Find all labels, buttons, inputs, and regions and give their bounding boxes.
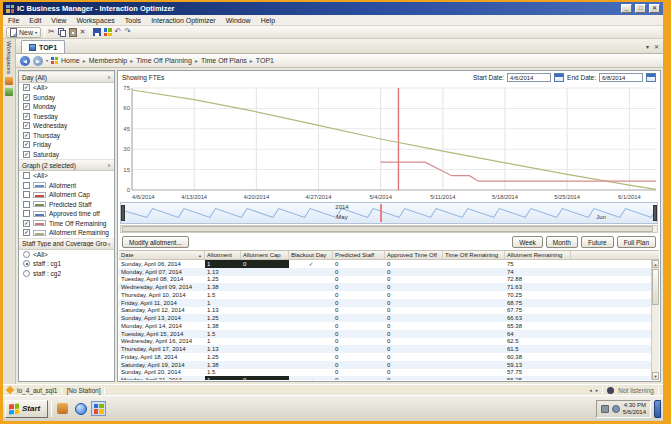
start-date-input[interactable]	[507, 73, 551, 82]
scroll-down-icon[interactable]: ▼	[652, 372, 659, 380]
end-date-input[interactable]	[599, 73, 643, 82]
back-button[interactable]: ◀	[20, 56, 30, 66]
column-header-approved-time-off[interactable]: Approved Time Off	[385, 251, 443, 259]
table-row[interactable]: Sunday, April 06, 201410✓0075	[119, 260, 659, 268]
pager-previous-icon[interactable]: ◂	[589, 387, 592, 393]
table-row[interactable]: Thursday, April 17, 20141.130061.5	[119, 345, 659, 353]
graph-filter-item[interactable]: ✓Allotment Remaining	[19, 228, 114, 238]
table-row[interactable]: Sunday, April 13, 20141.250066.63	[119, 314, 659, 322]
day-section-header[interactable]: Day (All) ∨	[19, 71, 114, 83]
ic-business-manager-taskbar-icon[interactable]	[91, 401, 106, 416]
table-row[interactable]: Monday, April 07, 20141.130074	[119, 268, 659, 276]
delete-icon[interactable]: ✕	[80, 27, 86, 37]
menu-item-interaction-optimizer[interactable]: Interaction Optimizer	[146, 17, 221, 24]
checkbox-icon[interactable]: ✓	[23, 84, 30, 91]
graph-filter-item[interactable]: ✓Time Off Remaining	[19, 219, 114, 229]
graph-filter-item[interactable]: Predicted Staff	[19, 200, 114, 210]
full-plan-button[interactable]: Full Plan	[617, 236, 656, 248]
scroll-up-icon[interactable]: ▲	[652, 260, 659, 268]
checkbox-icon[interactable]: ✓	[23, 103, 30, 110]
taskbar-clock[interactable]: 4:30 PM5/6/2014	[623, 402, 646, 415]
navigator-left-handle[interactable]	[121, 205, 125, 221]
day-filter-item[interactable]: ✓Sunday	[19, 93, 114, 103]
checkbox-icon[interactable]	[23, 182, 30, 189]
column-header-date[interactable]: Date▲	[119, 251, 205, 259]
table-row[interactable]: Wednesday, April 16, 201410062.5	[119, 338, 659, 346]
table-row[interactable]: Monday, April 14, 20141.380065.38	[119, 322, 659, 330]
redo-icon[interactable]: ↷	[124, 27, 131, 37]
navigator-right-handle[interactable]	[653, 205, 657, 221]
calendar-icon[interactable]	[554, 73, 564, 82]
checkbox-icon[interactable]: ✓	[23, 220, 30, 227]
menu-item-file[interactable]: File	[3, 17, 24, 24]
table-row[interactable]: Tuesday, April 08, 20141.250072.88	[119, 276, 659, 284]
checkbox-icon[interactable]	[23, 191, 30, 198]
menu-item-window[interactable]: Window	[221, 17, 256, 24]
day-filter-item[interactable]: ✓Wednesday	[19, 121, 114, 131]
undo-icon[interactable]: ↶	[115, 27, 122, 37]
graph-filter-item[interactable]: Allotment Cap	[19, 190, 114, 200]
table-row[interactable]: Friday, April 11, 201410068.75	[119, 299, 659, 307]
breadcrumb-item-time-off-planning[interactable]: Time Off Planning	[136, 57, 192, 64]
quick-launch-app-icon[interactable]	[55, 401, 70, 416]
table-row[interactable]: Saturday, April 19, 20141.380059.13	[119, 361, 659, 369]
staff-section-header[interactable]: Staff Type and Coverage Group (1... ∨	[19, 238, 114, 250]
day-filter-item[interactable]: ✓Thursday	[19, 131, 114, 141]
breadcrumb-item-top1[interactable]: TOP1	[256, 57, 274, 64]
week-button[interactable]: Week	[512, 236, 543, 248]
table-row[interactable]: Tuesday, April 15, 20141.50064	[119, 330, 659, 338]
column-header-allotment-cap[interactable]: Allotment Cap	[241, 251, 289, 259]
optimizer-grid-icon[interactable]	[104, 28, 112, 36]
internet-globe-icon[interactable]	[73, 401, 88, 416]
new-button[interactable]: New ▾	[6, 27, 41, 38]
column-header-time-off-remaining[interactable]: Time Off Remaining	[443, 251, 505, 259]
menu-item-tools[interactable]: Tools	[120, 17, 146, 24]
calendar-icon[interactable]	[646, 73, 656, 82]
table-row[interactable]: Wednesday, April 09, 20141.380071.63	[119, 283, 659, 291]
column-header-predicted-staff[interactable]: Predicted Staff	[333, 251, 385, 259]
graph-filter-item[interactable]: Approved time off	[19, 209, 114, 219]
breadcrumb-item-membership[interactable]: Membership	[89, 57, 128, 64]
menu-item-help[interactable]: Help	[256, 17, 280, 24]
checkbox-icon[interactable]: ✓	[23, 94, 30, 101]
day-filter-item[interactable]: ✓Friday	[19, 140, 114, 150]
checkbox-icon[interactable]	[23, 201, 30, 208]
vertical-scrollbar[interactable]: ▲ ▼	[651, 260, 659, 380]
checkbox-icon[interactable]: ✓	[23, 113, 30, 120]
horizontal-scrollbar[interactable]	[120, 225, 658, 233]
checkbox-icon[interactable]: ✓	[23, 151, 30, 158]
workspaces-strip[interactable]: Workspaces	[3, 39, 16, 384]
start-button[interactable]: Start	[5, 400, 48, 418]
scrollbar-thumb[interactable]	[652, 269, 659, 305]
tab-list-chevron-icon[interactable]: ▾	[646, 43, 649, 50]
table-row[interactable]: Friday, April 18, 20141.250060.38	[119, 353, 659, 361]
staff-filter-item[interactable]: <All>	[19, 250, 114, 260]
save-icon[interactable]	[93, 28, 101, 36]
column-header-allotment-remaining[interactable]: Allotment Remaining	[505, 251, 571, 259]
tray-monitor-icon[interactable]	[601, 405, 609, 413]
checkbox-icon[interactable]: ✓	[23, 141, 30, 148]
menu-item-view[interactable]: View	[46, 17, 71, 24]
modify-allotment-button[interactable]: Modify allotment...	[122, 236, 189, 248]
checkbox-icon[interactable]: ✓	[23, 229, 30, 236]
pager-next-icon[interactable]: ▸	[596, 387, 599, 393]
workspace-shortcut-icon[interactable]	[5, 77, 13, 85]
tray-status-icon[interactable]	[612, 405, 620, 413]
copy-icon[interactable]	[58, 28, 66, 37]
radio-button-icon[interactable]	[23, 270, 30, 277]
cut-icon[interactable]: ✂	[48, 27, 55, 37]
timeline-navigator[interactable]: 2014 May Jun	[120, 202, 658, 224]
day-filter-item[interactable]: ✓Monday	[19, 102, 114, 112]
history-chevron-icon[interactable]: ▾	[46, 58, 48, 63]
workspace-shortcut-icon[interactable]	[5, 88, 13, 96]
tab-top1[interactable]: TOP1	[21, 40, 65, 53]
close-button[interactable]: ✕	[649, 4, 660, 13]
staff-filter-item[interactable]: staff : cg1	[19, 259, 114, 269]
tab-close-icon[interactable]: ✕	[654, 43, 659, 50]
day-filter-item[interactable]: ✓<All>	[19, 83, 114, 93]
graph-section-header[interactable]: Graph (2 selected) ∨	[19, 159, 114, 171]
breadcrumb-item-home[interactable]: Home	[61, 57, 80, 64]
forward-button[interactable]: ▶	[33, 56, 43, 66]
breadcrumb-item-time-off-plans[interactable]: Time Off Plans	[201, 57, 247, 64]
ftes-chart[interactable]: 4/6/20144/13/20144/20/20144/27/20145/4/2…	[118, 84, 660, 202]
